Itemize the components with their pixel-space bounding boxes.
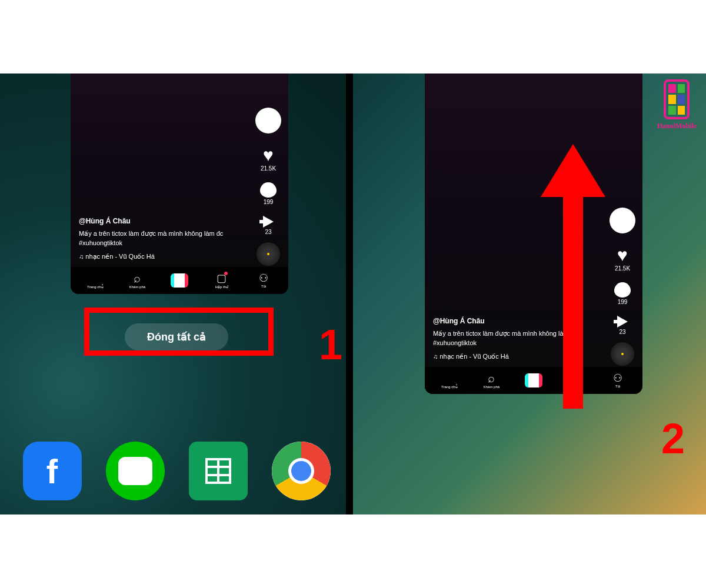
tab-inbox[interactable]: Hộp thư (201, 273, 243, 289)
tab-label: Khám phá (129, 285, 145, 289)
video-actions: 21.5K 199 23 (610, 208, 635, 341)
tab-label: Trang chủ (87, 285, 103, 289)
comment-icon (614, 282, 631, 298)
line-app-icon[interactable] (106, 442, 165, 500)
video-music[interactable]: ♫ nhạc nền - Vũ Quốc Há (79, 252, 241, 262)
step-number-2: 2 (661, 415, 685, 463)
tab-discover[interactable]: Khám phá (116, 272, 159, 289)
recent-app-card[interactable]: 21.5K 199 23 @Hùng Á Châu Mấy a trên tic… (71, 74, 288, 294)
tab-label: Tôi (261, 285, 266, 288)
step-number-1: 1 (319, 320, 342, 369)
share-icon (263, 216, 274, 228)
swipe-up-arrow-icon (562, 144, 584, 409)
share-count: 23 (265, 229, 271, 235)
tab-create[interactable] (158, 273, 201, 288)
chrome-app-icon[interactable] (272, 442, 331, 500)
profile-icon (259, 273, 268, 283)
tab-me[interactable]: Tôi (597, 373, 639, 388)
tab-create[interactable] (512, 373, 555, 387)
heart-icon (617, 246, 628, 264)
video-caption: Mấy a trên tictox làm được mà mình không… (79, 229, 241, 248)
comment-action[interactable]: 199 (614, 282, 631, 305)
tab-label: Trang chủ (441, 385, 457, 389)
music-disc-icon[interactable] (257, 242, 280, 266)
comment-icon (260, 182, 277, 198)
inbox-icon (217, 273, 227, 283)
watermark-logo-icon (664, 79, 690, 119)
step-1-panel: 21.5K 199 23 @Hùng Á Châu Mấy a trên tic… (0, 74, 353, 514)
tiktok-tabbar: Trang chủ Khám phá Hộp thư Tôi (71, 267, 288, 294)
profile-icon (613, 373, 622, 383)
video-meta: @Hùng Á Châu Mấy a trên tictox làm được … (79, 216, 241, 262)
highlight-box (84, 308, 274, 356)
share-action[interactable]: 23 (617, 316, 628, 335)
share-icon (617, 316, 628, 328)
create-icon (171, 273, 188, 288)
tab-discover[interactable]: Khám phá (471, 372, 513, 389)
sheets-app-icon[interactable] (189, 442, 248, 500)
share-action[interactable]: 23 (263, 216, 274, 235)
profile-avatar-icon[interactable] (255, 108, 281, 133)
tab-label: Tôi (615, 385, 620, 388)
tab-home[interactable]: Trang chủ (74, 273, 116, 289)
tiktok-tabbar: Trang chủ Khám phá Hộp thư Tôi (425, 367, 642, 394)
like-action[interactable]: 21.5K (615, 246, 630, 272)
watermark: HanoiMobile (657, 79, 697, 131)
tab-label: Hộp thư (215, 285, 228, 289)
like-count: 21.5K (261, 165, 276, 172)
tutorial-image: 21.5K 199 23 @Hùng Á Châu Mấy a trên tic… (0, 74, 706, 514)
tab-me[interactable]: Tôi (242, 273, 285, 288)
video-handle[interactable]: @Hùng Á Châu (79, 216, 241, 226)
watermark-text: HanoiMobile (657, 122, 697, 131)
like-action[interactable]: 21.5K (261, 146, 276, 172)
video-actions: 21.5K 199 23 (255, 108, 281, 241)
like-count: 21.5K (615, 265, 630, 272)
search-icon (134, 272, 141, 284)
profile-avatar-icon[interactable] (610, 208, 635, 233)
recent-app-card-swiping[interactable]: 21.5K 199 23 @Hùng Á Châu Mấy a trên tic… (425, 74, 642, 394)
facebook-app-icon[interactable]: f (23, 442, 82, 500)
search-icon (488, 372, 495, 384)
dock: f (0, 442, 353, 500)
tab-home[interactable]: Trang chủ (428, 373, 471, 389)
music-disc-icon[interactable] (611, 342, 634, 366)
create-icon (525, 373, 542, 387)
step-2-panel: 21.5K 199 23 @Hùng Á Châu Mấy a trên tic… (353, 74, 706, 514)
share-count: 23 (619, 329, 625, 335)
tab-label: Khám phá (484, 385, 499, 389)
heart-icon (263, 146, 274, 164)
comment-action[interactable]: 199 (260, 182, 277, 205)
